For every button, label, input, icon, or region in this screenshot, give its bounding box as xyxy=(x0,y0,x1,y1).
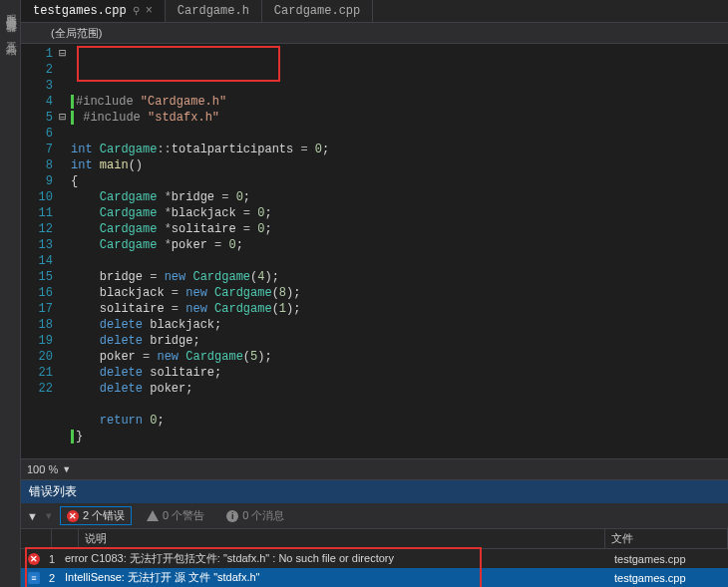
chevron-down-icon[interactable]: ▼ xyxy=(62,464,71,474)
error-file: testgames.cpp xyxy=(608,553,724,565)
code-line[interactable]: solitaire = new Cardgame(1); xyxy=(71,301,728,317)
code-line[interactable]: blackjack = new Cardgame(8); xyxy=(71,285,728,301)
fold-toggle[interactable]: ⊟ xyxy=(59,110,71,126)
code-line[interactable] xyxy=(71,126,728,142)
fold-toggle xyxy=(59,62,71,78)
error-list-panel: 错误列表 ▼ ▾ ✕ 2 个错误 0 个警告 i 0 个消息 xyxy=(21,479,728,587)
error-description: error C1083: 无法打开包括文件: "stdafx.h" : No s… xyxy=(61,551,604,566)
messages-filter-button[interactable]: i 0 个消息 xyxy=(219,506,291,525)
line-number: 11 xyxy=(21,205,53,221)
fold-toggle xyxy=(59,189,71,205)
line-number: 9 xyxy=(21,173,53,189)
error-index: 1 xyxy=(47,553,57,565)
line-number: 17 xyxy=(21,301,53,317)
filter-icon[interactable]: ▼ xyxy=(27,510,38,522)
code-line[interactable] xyxy=(71,397,728,413)
tab-label: Cardgame.cpp xyxy=(274,4,360,18)
warnings-filter-button[interactable]: 0 个警告 xyxy=(140,506,211,525)
fold-toggle xyxy=(59,157,71,173)
error-list-title: 错误列表 xyxy=(21,480,728,503)
fold-toggle[interactable]: ⊟ xyxy=(59,46,71,62)
code-line[interactable]: delete bridge; xyxy=(71,333,728,349)
scope-label: (全局范围) xyxy=(51,26,102,41)
left-sidebar: 服务器资源管理器 工具箱 xyxy=(0,0,21,587)
pin-icon[interactable]: ⚲ xyxy=(133,5,140,17)
code-area[interactable]: #include "Cardgame.h" #include "stdafx.h… xyxy=(71,44,728,458)
error-icon: ✕ xyxy=(25,553,43,565)
fold-toggle xyxy=(59,269,71,285)
errors-count: 2 个错误 xyxy=(83,508,125,523)
code-editor[interactable]: 12345678910111213141516171819202122 ⊟ ⊟ … xyxy=(21,44,728,458)
zoom-bar[interactable]: 100 % ▼ xyxy=(21,458,728,479)
warnings-count: 0 个警告 xyxy=(163,508,204,523)
error-icon: ✕ xyxy=(67,510,79,522)
code-line[interactable]: return 0; xyxy=(71,413,728,429)
line-number: 6 xyxy=(21,126,53,142)
fold-gutter[interactable]: ⊟ ⊟ xyxy=(59,44,71,458)
code-line[interactable]: Cardgame *bridge = 0; xyxy=(71,189,728,205)
code-line[interactable]: int main() xyxy=(71,157,728,173)
error-row[interactable]: ≡2IntelliSense: 无法打开 源 文件 "stdafx.h"test… xyxy=(21,568,728,587)
fold-toggle xyxy=(59,301,71,317)
code-line[interactable]: } xyxy=(71,429,728,444)
line-number: 4 xyxy=(21,94,53,110)
code-line[interactable] xyxy=(71,253,728,269)
code-line[interactable]: Cardgame *blackjack = 0; xyxy=(71,205,728,221)
line-number: 22 xyxy=(21,381,53,397)
fold-toggle xyxy=(59,237,71,253)
tab-label: Cardgame.h xyxy=(178,4,249,18)
code-line[interactable]: { xyxy=(71,173,728,189)
column-description[interactable]: 说明 xyxy=(79,529,605,548)
code-line[interactable]: Cardgame *poker = 0; xyxy=(71,237,728,253)
code-line[interactable]: delete poker; xyxy=(71,381,728,397)
code-line[interactable]: #include "stdafx.h" xyxy=(71,110,728,126)
fold-toggle xyxy=(59,78,71,94)
line-number: 19 xyxy=(21,333,53,349)
error-row[interactable]: ✕1error C1083: 无法打开包括文件: "stdafx.h" : No… xyxy=(21,549,728,568)
fold-toggle xyxy=(59,142,71,157)
line-number: 13 xyxy=(21,237,53,253)
code-line[interactable]: delete blackjack; xyxy=(71,317,728,333)
line-number: 16 xyxy=(21,285,53,301)
tab-label: testgames.cpp xyxy=(33,4,127,18)
column-file[interactable]: 文件 xyxy=(605,529,728,548)
tab-cardgame-h[interactable]: Cardgame.h xyxy=(166,0,262,22)
error-file: testgames.cpp xyxy=(608,572,724,584)
fold-toggle xyxy=(59,333,71,349)
annotation-box-1 xyxy=(77,46,280,82)
fold-toggle xyxy=(59,205,71,221)
line-number: 2 xyxy=(21,62,53,78)
fold-toggle xyxy=(59,94,71,110)
code-line[interactable]: delete solitaire; xyxy=(71,365,728,381)
code-line[interactable]: bridge = new Cardgame(4); xyxy=(71,269,728,285)
code-line[interactable]: int Cardgame::totalparticipants = 0; xyxy=(71,142,728,157)
warning-icon xyxy=(147,510,159,521)
errors-filter-button[interactable]: ✕ 2 个错误 xyxy=(60,506,132,525)
code-line[interactable]: poker = new Cardgame(5); xyxy=(71,349,728,365)
line-number: 18 xyxy=(21,317,53,333)
line-number: 3 xyxy=(21,78,53,94)
error-description: IntelliSense: 无法打开 源 文件 "stdafx.h" xyxy=(61,570,604,585)
tab-cardgame-cpp[interactable]: Cardgame.cpp xyxy=(262,0,373,22)
close-icon[interactable]: × xyxy=(146,4,153,18)
error-list-header: 说明 文件 xyxy=(21,528,728,549)
code-line[interactable]: #include "Cardgame.h" xyxy=(71,94,728,110)
line-number: 10 xyxy=(21,189,53,205)
line-number: 12 xyxy=(21,221,53,237)
messages-count: 0 个消息 xyxy=(242,508,284,523)
line-number: 8 xyxy=(21,157,53,173)
tab-testgames[interactable]: testgames.cpp ⚲ × xyxy=(21,0,166,22)
sidebar-tab-server-explorer[interactable]: 服务器资源管理器 xyxy=(3,6,18,14)
zoom-value: 100 % xyxy=(27,463,58,475)
fold-toggle xyxy=(59,126,71,142)
scope-bar[interactable]: (全局范围) xyxy=(21,23,728,44)
code-line[interactable]: Cardgame *solitaire = 0; xyxy=(71,221,728,237)
fold-toggle xyxy=(59,173,71,189)
fold-toggle xyxy=(59,253,71,269)
fold-toggle xyxy=(59,285,71,301)
line-number-gutter: 12345678910111213141516171819202122 xyxy=(21,44,59,458)
sidebar-tab-toolbox[interactable]: 工具箱 xyxy=(3,34,18,37)
fold-toggle xyxy=(59,221,71,237)
error-list-rows: ✕1error C1083: 无法打开包括文件: "stdafx.h" : No… xyxy=(21,549,728,587)
fold-toggle xyxy=(59,349,71,365)
